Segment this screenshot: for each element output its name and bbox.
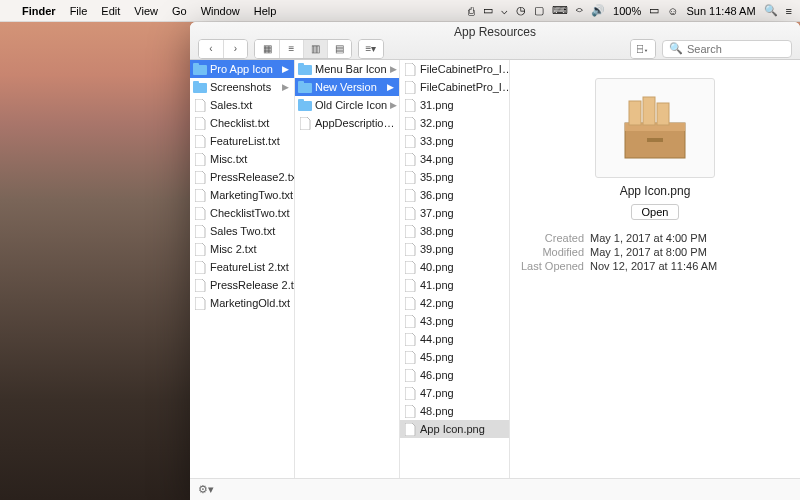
item-label: App Icon.png <box>420 423 485 435</box>
battery-icon[interactable]: ▭ <box>649 4 659 17</box>
fast-user-icon[interactable]: ☺ <box>667 5 678 17</box>
wifi-icon[interactable]: ⌔ <box>576 5 583 17</box>
list-item[interactable]: 41.png <box>400 276 509 294</box>
list-item[interactable]: 43.png <box>400 312 509 330</box>
keyboard-icon[interactable]: ⌨ <box>552 4 568 17</box>
list-view-button[interactable]: ≡ <box>279 40 303 58</box>
chevron-right-icon: ▶ <box>282 64 291 74</box>
column-2[interactable]: Menu Bar Icon▶New Version▶Old Circle Ico… <box>295 60 400 478</box>
airplay-icon[interactable]: ▢ <box>534 4 544 17</box>
list-item[interactable]: Screenshots▶ <box>190 78 294 96</box>
list-item[interactable]: MarketingTwo.txt <box>190 186 294 204</box>
list-item[interactable]: 47.png <box>400 384 509 402</box>
list-item[interactable]: 48.png <box>400 402 509 420</box>
list-item[interactable]: MarketingOld.txt <box>190 294 294 312</box>
time-machine-icon[interactable]: ◷ <box>516 4 526 17</box>
list-item[interactable]: Misc 2.txt <box>190 240 294 258</box>
preview-pane: App Icon.png Open CreatedMay 1, 2017 at … <box>510 60 800 478</box>
back-button[interactable]: ‹ <box>199 40 223 58</box>
list-item[interactable]: FeatureList.txt <box>190 132 294 150</box>
list-item[interactable]: 38.png <box>400 222 509 240</box>
bluetooth-icon[interactable]: ⌵ <box>501 4 508 17</box>
list-item[interactable]: 44.png <box>400 330 509 348</box>
list-item[interactable]: 36.png <box>400 186 509 204</box>
battery-percent[interactable]: 100% <box>613 5 641 17</box>
meta-value: Nov 12, 2017 at 11:46 AM <box>590 260 790 272</box>
item-label: 38.png <box>420 225 454 237</box>
column-1[interactable]: Pro App Icon▶Screenshots▶Sales.txtCheckl… <box>190 60 295 478</box>
list-item[interactable]: Misc.txt <box>190 150 294 168</box>
list-item[interactable]: New Version▶ <box>295 78 399 96</box>
menu-edit[interactable]: Edit <box>101 5 120 17</box>
icon-view-button[interactable]: ▦ <box>255 40 279 58</box>
list-item[interactable]: Pro App Icon▶ <box>190 60 294 78</box>
list-item[interactable]: Old Circle Icon▶ <box>295 96 399 114</box>
list-item[interactable]: ChecklistTwo.txt <box>190 204 294 222</box>
folder-icon <box>298 62 312 76</box>
list-item[interactable]: FeatureList 2.txt <box>190 258 294 276</box>
list-item[interactable]: PressRelease 2.txt <box>190 276 294 294</box>
list-item[interactable]: PressRelease2.txt <box>190 168 294 186</box>
search-input[interactable] <box>687 43 785 55</box>
list-item[interactable]: FileCabinetPro_I… <box>400 78 509 96</box>
list-item[interactable]: Menu Bar Icon▶ <box>295 60 399 78</box>
cabinet-icon <box>615 93 695 163</box>
file-icon <box>403 314 417 328</box>
list-item[interactable]: FileCabinetPro_I… <box>400 60 509 78</box>
chevron-right-icon: ▶ <box>390 100 399 110</box>
arrange-button[interactable]: ≡▾ <box>359 40 383 58</box>
toolbar: ‹ › ▦ ≡ ▥ ▤ ≡▾ ⌸▾ 🔍 <box>190 38 800 59</box>
clock[interactable]: Sun 11:48 AM <box>686 5 755 17</box>
display-icon[interactable]: ▭ <box>483 4 493 17</box>
menu-window[interactable]: Window <box>201 5 240 17</box>
menu-help[interactable]: Help <box>254 5 277 17</box>
search-field[interactable]: 🔍 <box>662 40 792 58</box>
chevron-right-icon: ▶ <box>387 82 396 92</box>
file-icon <box>403 404 417 418</box>
svg-rect-1 <box>193 63 199 67</box>
list-item[interactable]: App Icon.png <box>400 420 509 438</box>
printer-icon[interactable]: ⎙ <box>468 5 475 17</box>
column-view-button[interactable]: ▥ <box>303 40 327 58</box>
list-item[interactable]: AppDescriptio… <box>295 114 399 132</box>
finder-window: App Resources ‹ › ▦ ≡ ▥ ▤ ≡▾ ⌸▾ 🔍 <box>190 22 800 500</box>
app-name[interactable]: Finder <box>22 5 56 17</box>
list-item[interactable]: 31.png <box>400 96 509 114</box>
svg-rect-3 <box>193 81 199 85</box>
menu-file[interactable]: File <box>70 5 88 17</box>
item-label: Screenshots <box>210 81 271 93</box>
menu-go[interactable]: Go <box>172 5 187 17</box>
list-item[interactable]: 35.png <box>400 168 509 186</box>
volume-icon[interactable]: 🔊 <box>591 4 605 17</box>
list-item[interactable]: 42.png <box>400 294 509 312</box>
list-item[interactable]: 37.png <box>400 204 509 222</box>
list-item[interactable]: 39.png <box>400 240 509 258</box>
open-button[interactable]: Open <box>631 204 680 220</box>
list-item[interactable]: 32.png <box>400 114 509 132</box>
file-icon <box>403 332 417 346</box>
item-label: 41.png <box>420 279 454 291</box>
list-item[interactable]: 34.png <box>400 150 509 168</box>
action-menu-icon[interactable]: ⚙▾ <box>198 483 214 496</box>
gallery-view-button[interactable]: ▤ <box>327 40 351 58</box>
list-item[interactable]: 45.png <box>400 348 509 366</box>
column-3[interactable]: FileCabinetPro_I…FileCabinetPro_I…31.png… <box>400 60 510 478</box>
item-label: 46.png <box>420 369 454 381</box>
group-button[interactable]: ⌸▾ <box>631 40 655 58</box>
forward-button[interactable]: › <box>223 40 247 58</box>
item-label: Sales.txt <box>210 99 252 111</box>
notification-center-icon[interactable]: ≡ <box>786 5 792 17</box>
folder-icon <box>193 62 207 76</box>
list-item[interactable]: Checklist.txt <box>190 114 294 132</box>
list-item[interactable]: 46.png <box>400 366 509 384</box>
menu-view[interactable]: View <box>134 5 158 17</box>
menubar-status-area: ⎙ ▭ ⌵ ◷ ▢ ⌨ ⌔ 🔊 100% ▭ ☺ Sun 11:48 AM 🔍 … <box>468 4 792 17</box>
list-item[interactable]: Sales.txt <box>190 96 294 114</box>
spotlight-icon[interactable]: 🔍 <box>764 4 778 17</box>
list-item[interactable]: 40.png <box>400 258 509 276</box>
file-icon <box>403 260 417 274</box>
file-icon <box>193 116 207 130</box>
list-item[interactable]: Sales Two.txt <box>190 222 294 240</box>
arrange-button-group: ≡▾ <box>358 39 384 59</box>
list-item[interactable]: 33.png <box>400 132 509 150</box>
